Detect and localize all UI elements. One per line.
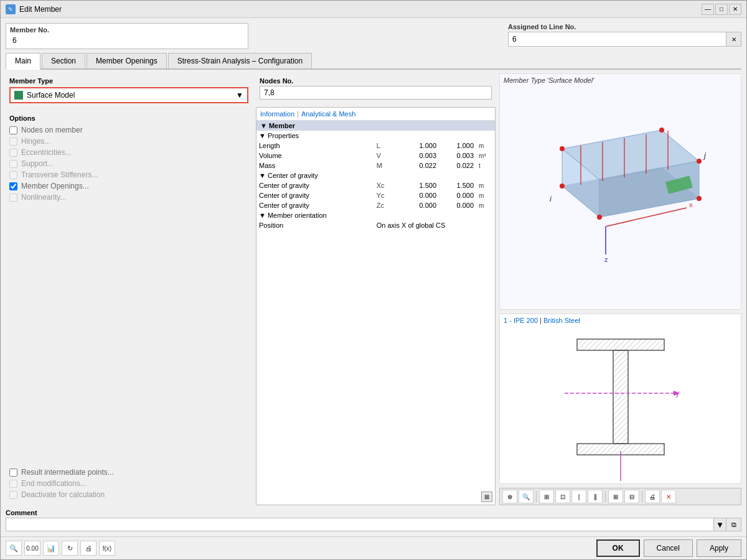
toolbar-frame-btn[interactable]: ⊞: [539, 490, 554, 503]
assigned-section: Assigned to Line No. 6 ✕: [508, 23, 741, 49]
toolbar-section-btn[interactable]: ⊡: [555, 490, 570, 503]
tab-stress-strain[interactable]: Stress-Strain Analysis – Configuration: [168, 53, 312, 68]
dialog-buttons: OK Cancel Apply: [596, 539, 741, 557]
checkbox-support[interactable]: [9, 160, 17, 168]
member-header-label: Member: [269, 122, 295, 129]
cog-zc-symbol: Zc: [374, 200, 402, 210]
bottom-refresh-btn[interactable]: ↻: [62, 541, 78, 556]
checkbox-end-modifications[interactable]: [9, 480, 17, 488]
toolbar-zoom-btn[interactable]: 🔍: [519, 490, 533, 503]
tab-main[interactable]: Main: [6, 53, 40, 70]
tab-member-openings[interactable]: Member Openings: [87, 53, 167, 68]
assigned-button[interactable]: ✕: [726, 32, 741, 47]
tab-section[interactable]: Section: [42, 53, 85, 68]
checkbox-member-openings[interactable]: [9, 182, 17, 190]
section-manufacturer[interactable]: British Steel: [543, 317, 580, 324]
title-bar: ✎ Edit Member — □ ✕: [1, 1, 746, 18]
mass-symbol: M: [374, 161, 402, 170]
svg-point-11: [697, 159, 702, 164]
checkbox-hinges[interactable]: [9, 138, 17, 146]
cog-zc-val2: 0.000: [439, 200, 476, 210]
assigned-row: 6 ✕: [508, 32, 741, 47]
cog-zc-row: Center of gravity Zc 0.000 0.000 m: [256, 200, 495, 210]
comment-copy-button[interactable]: ⧉: [726, 518, 741, 531]
cog-xc-symbol: Xc: [374, 180, 402, 190]
collapse-member-icon[interactable]: ▼: [260, 122, 267, 129]
length-symbol: L: [374, 141, 402, 151]
toolbar-dims-btn[interactable]: ⊟: [624, 490, 639, 503]
apply-button[interactable]: Apply: [697, 539, 741, 557]
cancel-button[interactable]: Cancel: [644, 539, 693, 557]
bottom-fx-btn[interactable]: f(x): [99, 541, 115, 556]
member-type-dropdown[interactable]: Surface Model ▼: [9, 87, 248, 103]
mass-val2: 0.022: [439, 161, 476, 170]
options-label: Options: [9, 114, 248, 122]
checkbox-nodes-on-member[interactable]: [9, 126, 17, 134]
toolbar-print-btn[interactable]: 🖨: [645, 490, 660, 503]
cog-xc-unit: m: [476, 180, 495, 190]
label-nonlinearity: Nonlinearity...: [21, 193, 66, 202]
info-label[interactable]: Information: [260, 110, 294, 118]
member-type-label: Member Type: [9, 77, 248, 85]
checkbox-deactivate[interactable]: [9, 491, 17, 499]
collapse-orientation-icon[interactable]: ▼: [259, 212, 266, 219]
dropdown-arrow-icon: ▼: [236, 91, 243, 100]
tabs-row: Main Section Member Openings Stress-Stra…: [6, 53, 741, 70]
bottom-value-btn[interactable]: 0.00: [24, 541, 40, 556]
bottom-search-btn[interactable]: 🔍: [6, 541, 22, 556]
bottom-toolbar: 🔍 0.00 📊 ↻ 🖨 f(x): [6, 541, 115, 556]
volume-name: Volume: [256, 151, 374, 161]
label-result-intermediate: Result intermediate points...: [21, 468, 114, 477]
mass-val1: 0.022: [402, 161, 439, 170]
svg-rect-23: [577, 339, 664, 350]
close-button[interactable]: ✕: [729, 4, 741, 15]
checkbox-transverse-stiffeners[interactable]: [9, 171, 17, 179]
assigned-value: 6: [508, 32, 726, 47]
collapse-cog-icon[interactable]: ▼: [259, 172, 266, 179]
toolbar-edit2-btn[interactable]: ‖: [588, 490, 603, 503]
cog-label: Center of gravity: [268, 172, 318, 179]
toolbar-grid-btn[interactable]: ⊞: [608, 490, 623, 503]
info-table: ▼ Member ▼ Properties Length: [256, 121, 495, 230]
label-end-modifications: End modifications...: [21, 479, 87, 488]
minimize-button[interactable]: —: [702, 4, 714, 15]
nodes-section: Nodes No. 7,8: [256, 73, 496, 103]
checkbox-eccentricities[interactable]: [9, 149, 17, 157]
cog-zc-val1: 0.000: [402, 200, 439, 210]
extra-options-section: Result intermediate points... End modifi…: [6, 464, 252, 505]
label-support: Support...: [21, 159, 54, 168]
cog-zc-unit: m: [476, 200, 495, 210]
toolbar-close-btn[interactable]: ✕: [661, 490, 676, 503]
section-number[interactable]: 1 - IPE 200: [504, 317, 538, 324]
option-deactivate: Deactivate for calculation: [9, 490, 248, 499]
surface-model-viz: Member Type 'Surface Model': [499, 73, 741, 310]
toolbar-select-btn[interactable]: ⊕: [502, 490, 517, 503]
properties-label: Properties: [268, 132, 299, 139]
checkbox-nonlinearity[interactable]: [9, 194, 17, 202]
bottom-chart-btn[interactable]: 📊: [43, 541, 59, 556]
checkbox-result-intermediate[interactable]: [9, 469, 17, 477]
options-section: Options Nodes on member Hinges... Eccent…: [6, 111, 252, 460]
member-type-color: [14, 91, 23, 100]
bottom-comment-area: Comment ▼ ⧉: [6, 509, 741, 531]
grid-viz-button[interactable]: ⊞: [481, 492, 492, 502]
bottom-print-btn[interactable]: 🖨: [80, 541, 96, 556]
member-type-section: Member Type Surface Model ▼: [6, 73, 252, 107]
label-hinges: Hinges...: [21, 137, 50, 146]
option-member-openings: Member Openings...: [9, 182, 248, 190]
ok-button[interactable]: OK: [596, 539, 640, 557]
cog-yc-unit: m: [476, 190, 495, 200]
grid-viz-container: ⊞: [481, 492, 492, 502]
member-no-section: Member No. 6: [6, 23, 248, 49]
svg-text:z: z: [618, 482, 622, 484]
section-viz: 1 - IPE 200 | British Steel: [499, 314, 741, 484]
toolbar-edit-btn[interactable]: |: [571, 490, 586, 503]
comment-dropdown[interactable]: ▼: [714, 518, 726, 531]
svg-point-13: [697, 196, 702, 201]
collapse-properties-icon[interactable]: ▼: [259, 132, 266, 139]
maximize-button[interactable]: □: [715, 4, 728, 15]
comment-input[interactable]: [6, 518, 714, 531]
length-unit: m: [476, 141, 495, 151]
analytical-label[interactable]: Analytical & Mesh: [301, 110, 355, 118]
mass-row: Mass M 0.022 0.022 t: [256, 161, 495, 170]
